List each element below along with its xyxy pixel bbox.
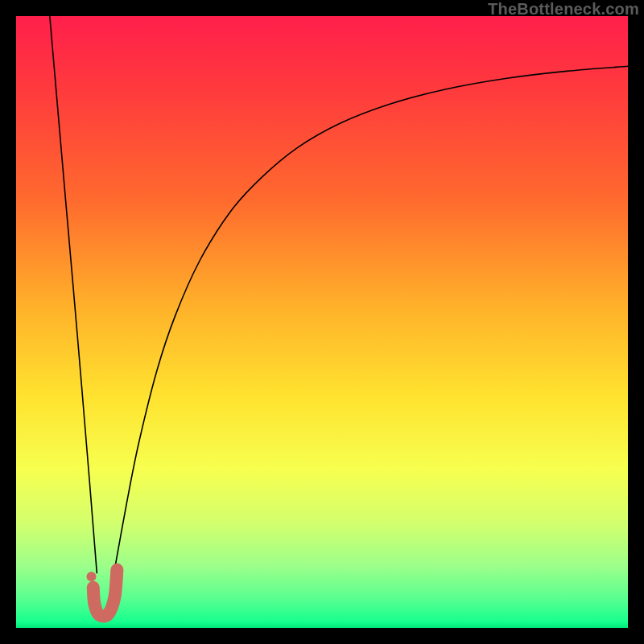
series-valley-marker	[93, 570, 118, 617]
plot-area	[16, 16, 628, 628]
watermark-text: TheBottleneck.com	[488, 0, 639, 19]
series-right-branch	[114, 66, 628, 572]
series-left-branch	[50, 16, 97, 573]
series-valley-dot	[86, 572, 96, 581]
outer-frame: TheBottleneck.com	[0, 0, 644, 644]
chart-canvas	[16, 16, 628, 628]
